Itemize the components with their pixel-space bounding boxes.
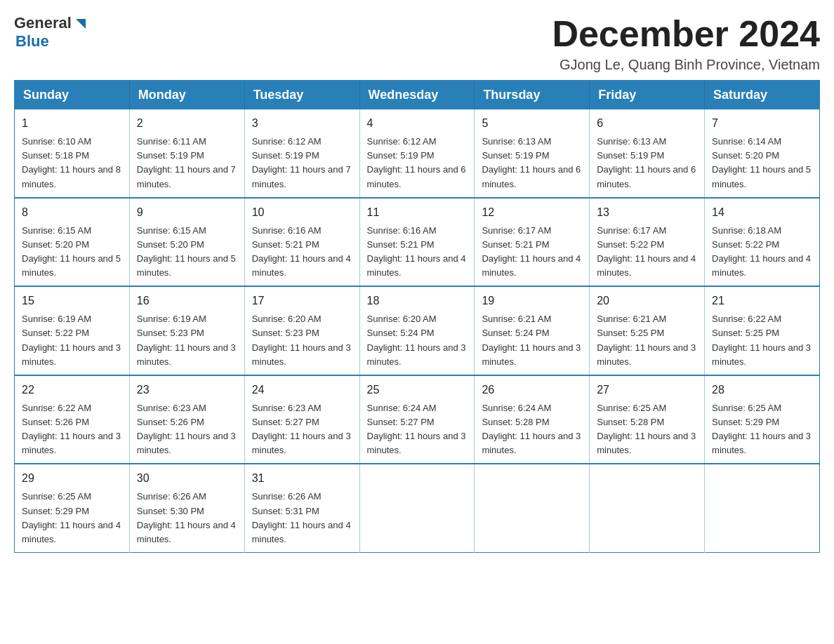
day-info: Sunrise: 6:25 AMSunset: 5:29 PMDaylight:… — [22, 490, 122, 546]
calendar-cell: 19Sunrise: 6:21 AMSunset: 5:24 PMDayligh… — [475, 286, 590, 375]
calendar-cell: 26Sunrise: 6:24 AMSunset: 5:28 PMDayligh… — [475, 375, 590, 464]
calendar-week-row: 29Sunrise: 6:25 AMSunset: 5:29 PMDayligh… — [15, 464, 820, 552]
calendar-cell: 13Sunrise: 6:17 AMSunset: 5:22 PMDayligh… — [590, 198, 705, 287]
calendar-cell: 24Sunrise: 6:23 AMSunset: 5:27 PMDayligh… — [244, 375, 359, 464]
weekday-header-friday: Friday — [590, 81, 705, 110]
day-number: 8 — [22, 204, 122, 221]
calendar-cell — [705, 464, 820, 552]
weekday-header-row: SundayMondayTuesdayWednesdayThursdayFrid… — [15, 81, 820, 110]
day-info: Sunrise: 6:17 AMSunset: 5:22 PMDaylight:… — [597, 224, 697, 281]
day-info: Sunrise: 6:13 AMSunset: 5:19 PMDaylight:… — [482, 135, 582, 192]
day-number: 5 — [482, 115, 582, 132]
calendar-cell: 31Sunrise: 6:26 AMSunset: 5:31 PMDayligh… — [244, 464, 359, 552]
day-number: 28 — [712, 382, 812, 398]
calendar-cell: 17Sunrise: 6:20 AMSunset: 5:23 PMDayligh… — [244, 286, 359, 375]
day-number: 20 — [597, 293, 697, 309]
month-title: December 2024 — [552, 14, 820, 54]
day-number: 17 — [252, 293, 352, 309]
day-number: 30 — [137, 470, 237, 487]
day-number: 14 — [712, 204, 812, 221]
day-info: Sunrise: 6:10 AMSunset: 5:18 PMDaylight:… — [22, 135, 122, 192]
calendar-cell: 27Sunrise: 6:25 AMSunset: 5:28 PMDayligh… — [590, 375, 705, 464]
logo-blue-text: Blue — [15, 32, 49, 51]
day-info: Sunrise: 6:16 AMSunset: 5:21 PMDaylight:… — [252, 224, 352, 281]
calendar-cell: 12Sunrise: 6:17 AMSunset: 5:21 PMDayligh… — [475, 198, 590, 287]
logo-general-text: General — [14, 14, 72, 32]
day-info: Sunrise: 6:24 AMSunset: 5:27 PMDaylight:… — [367, 401, 468, 458]
calendar-cell: 7Sunrise: 6:14 AMSunset: 5:20 PMDaylight… — [705, 109, 820, 198]
calendar-week-row: 1Sunrise: 6:10 AMSunset: 5:18 PMDaylight… — [15, 109, 820, 198]
day-info: Sunrise: 6:19 AMSunset: 5:22 PMDaylight:… — [22, 312, 122, 369]
day-number: 15 — [22, 293, 122, 309]
day-number: 26 — [482, 382, 582, 398]
day-info: Sunrise: 6:13 AMSunset: 5:19 PMDaylight:… — [597, 135, 697, 192]
day-number: 10 — [252, 204, 352, 221]
calendar-cell: 10Sunrise: 6:16 AMSunset: 5:21 PMDayligh… — [244, 198, 359, 287]
day-number: 16 — [137, 293, 237, 309]
calendar-cell: 16Sunrise: 6:19 AMSunset: 5:23 PMDayligh… — [129, 286, 244, 375]
calendar-cell: 14Sunrise: 6:18 AMSunset: 5:22 PMDayligh… — [705, 198, 820, 287]
day-info: Sunrise: 6:23 AMSunset: 5:27 PMDaylight:… — [252, 401, 352, 458]
logo-triangle-icon — [73, 16, 88, 32]
day-number: 18 — [367, 293, 468, 309]
day-info: Sunrise: 6:18 AMSunset: 5:22 PMDaylight:… — [712, 224, 812, 281]
day-info: Sunrise: 6:15 AMSunset: 5:20 PMDaylight:… — [22, 224, 122, 281]
day-info: Sunrise: 6:17 AMSunset: 5:21 PMDaylight:… — [482, 224, 582, 281]
weekday-header-saturday: Saturday — [705, 81, 820, 110]
calendar-cell: 28Sunrise: 6:25 AMSunset: 5:29 PMDayligh… — [705, 375, 820, 464]
day-number: 29 — [22, 470, 122, 487]
calendar-cell: 23Sunrise: 6:23 AMSunset: 5:26 PMDayligh… — [129, 375, 244, 464]
day-number: 12 — [482, 204, 582, 221]
day-info: Sunrise: 6:26 AMSunset: 5:30 PMDaylight:… — [137, 490, 237, 546]
day-number: 13 — [597, 204, 697, 221]
location-subtitle: GJong Le, Quang Binh Province, Vietnam — [552, 57, 820, 73]
calendar-cell: 4Sunrise: 6:12 AMSunset: 5:19 PMDaylight… — [359, 109, 475, 198]
day-number: 11 — [367, 204, 468, 221]
calendar-cell: 20Sunrise: 6:21 AMSunset: 5:25 PMDayligh… — [590, 286, 705, 375]
calendar-cell: 29Sunrise: 6:25 AMSunset: 5:29 PMDayligh… — [15, 464, 130, 552]
logo: General Blue — [14, 14, 88, 51]
weekday-header-sunday: Sunday — [15, 81, 130, 110]
day-info: Sunrise: 6:22 AMSunset: 5:26 PMDaylight:… — [22, 401, 122, 458]
day-info: Sunrise: 6:15 AMSunset: 5:20 PMDaylight:… — [137, 224, 237, 281]
day-info: Sunrise: 6:12 AMSunset: 5:19 PMDaylight:… — [252, 135, 352, 192]
calendar-cell: 1Sunrise: 6:10 AMSunset: 5:18 PMDaylight… — [15, 109, 130, 198]
day-info: Sunrise: 6:26 AMSunset: 5:31 PMDaylight:… — [252, 490, 352, 546]
day-info: Sunrise: 6:24 AMSunset: 5:28 PMDaylight:… — [482, 401, 582, 458]
day-info: Sunrise: 6:20 AMSunset: 5:24 PMDaylight:… — [367, 312, 468, 369]
weekday-header-tuesday: Tuesday — [244, 81, 359, 110]
day-number: 1 — [22, 115, 122, 132]
day-info: Sunrise: 6:11 AMSunset: 5:19 PMDaylight:… — [137, 135, 237, 192]
calendar-cell: 3Sunrise: 6:12 AMSunset: 5:19 PMDaylight… — [244, 109, 359, 198]
day-info: Sunrise: 6:22 AMSunset: 5:25 PMDaylight:… — [712, 312, 812, 369]
day-info: Sunrise: 6:21 AMSunset: 5:25 PMDaylight:… — [597, 312, 697, 369]
calendar-cell: 5Sunrise: 6:13 AMSunset: 5:19 PMDaylight… — [475, 109, 590, 198]
calendar-cell: 15Sunrise: 6:19 AMSunset: 5:22 PMDayligh… — [15, 286, 130, 375]
day-number: 25 — [367, 382, 468, 398]
calendar-cell: 21Sunrise: 6:22 AMSunset: 5:25 PMDayligh… — [705, 286, 820, 375]
page-header: General Blue December 2024 GJong Le, Qua… — [14, 14, 820, 73]
day-info: Sunrise: 6:21 AMSunset: 5:24 PMDaylight:… — [482, 312, 582, 369]
calendar-cell — [359, 464, 475, 552]
day-number: 31 — [252, 470, 352, 487]
calendar-cell: 6Sunrise: 6:13 AMSunset: 5:19 PMDaylight… — [590, 109, 705, 198]
day-info: Sunrise: 6:23 AMSunset: 5:26 PMDaylight:… — [137, 401, 237, 458]
calendar-cell: 2Sunrise: 6:11 AMSunset: 5:19 PMDaylight… — [129, 109, 244, 198]
calendar-cell: 8Sunrise: 6:15 AMSunset: 5:20 PMDaylight… — [15, 198, 130, 287]
day-number: 9 — [137, 204, 237, 221]
calendar-cell: 18Sunrise: 6:20 AMSunset: 5:24 PMDayligh… — [359, 286, 475, 375]
day-number: 22 — [22, 382, 122, 398]
day-info: Sunrise: 6:16 AMSunset: 5:21 PMDaylight:… — [367, 224, 468, 281]
calendar-cell: 30Sunrise: 6:26 AMSunset: 5:30 PMDayligh… — [129, 464, 244, 552]
calendar-cell — [475, 464, 590, 552]
calendar-week-row: 22Sunrise: 6:22 AMSunset: 5:26 PMDayligh… — [15, 375, 820, 464]
day-number: 4 — [367, 115, 468, 132]
day-info: Sunrise: 6:25 AMSunset: 5:29 PMDaylight:… — [712, 401, 812, 458]
calendar-table: SundayMondayTuesdayWednesdayThursdayFrid… — [14, 80, 820, 553]
day-info: Sunrise: 6:19 AMSunset: 5:23 PMDaylight:… — [137, 312, 237, 369]
day-info: Sunrise: 6:25 AMSunset: 5:28 PMDaylight:… — [597, 401, 697, 458]
weekday-header-monday: Monday — [129, 81, 244, 110]
weekday-header-wednesday: Wednesday — [359, 81, 475, 110]
calendar-cell — [590, 464, 705, 552]
day-number: 6 — [597, 115, 697, 132]
